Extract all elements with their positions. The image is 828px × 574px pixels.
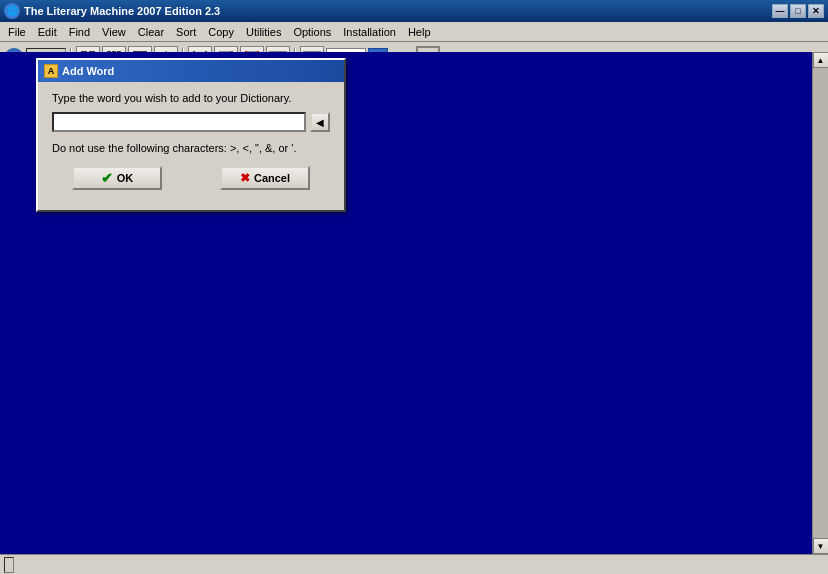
- dialog-overlay: A Add Word Type the word you wish to add…: [0, 0, 828, 574]
- cancel-label: Cancel: [254, 172, 290, 184]
- add-word-dialog: A Add Word Type the word you wish to add…: [36, 58, 346, 212]
- word-input[interactable]: [52, 112, 306, 132]
- ok-button[interactable]: ✔ OK: [72, 166, 162, 190]
- dialog-title-text: Add Word: [62, 65, 114, 77]
- dialog-content: Type the word you wish to add to your Di…: [38, 82, 344, 210]
- x-icon: ✖: [240, 171, 250, 185]
- cancel-button[interactable]: ✖ Cancel: [220, 166, 310, 190]
- dialog-note: Do not use the following characters: >, …: [52, 142, 330, 154]
- dialog-title-icon: A: [44, 64, 58, 78]
- ok-label: OK: [117, 172, 134, 184]
- check-icon: ✔: [101, 170, 113, 186]
- input-arrow-button[interactable]: ◀: [310, 112, 330, 132]
- dialog-instruction: Type the word you wish to add to your Di…: [52, 92, 330, 104]
- dialog-buttons: ✔ OK ✖ Cancel: [52, 166, 330, 200]
- dialog-input-row: ◀: [52, 112, 330, 132]
- dialog-title-bar: A Add Word: [38, 60, 344, 82]
